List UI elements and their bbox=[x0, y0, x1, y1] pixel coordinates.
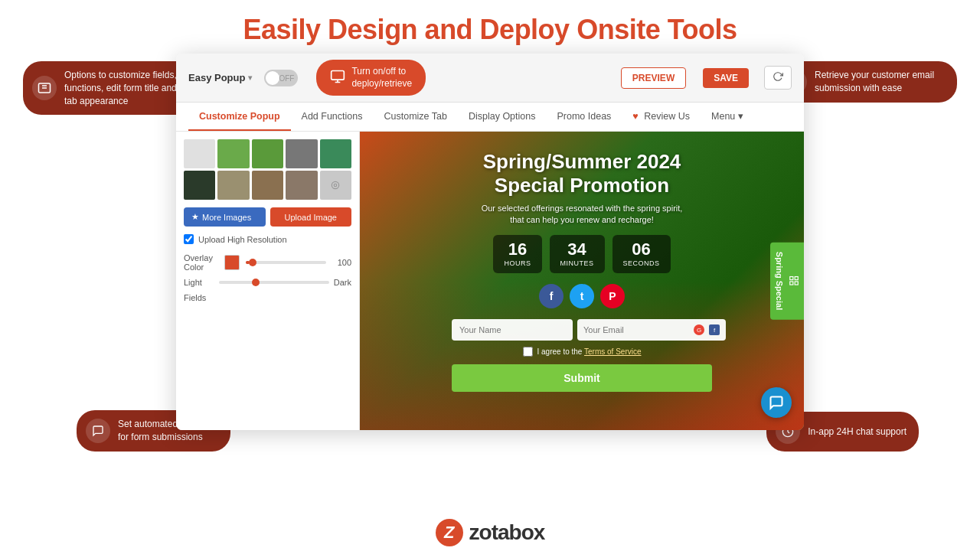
image-cell-3[interactable] bbox=[252, 139, 283, 168]
image-cell-8[interactable] bbox=[252, 171, 283, 200]
twitter-button[interactable]: t bbox=[570, 284, 594, 308]
image-cell-6[interactable] bbox=[184, 171, 215, 200]
email-input[interactable] bbox=[583, 325, 689, 334]
image-cell-2[interactable] bbox=[217, 139, 249, 168]
image-cell-5[interactable] bbox=[320, 139, 351, 168]
refresh-button[interactable] bbox=[764, 66, 792, 90]
light-dark-slider[interactable] bbox=[219, 281, 329, 284]
browser-topbar: Easy Popup ▾ OFF Turn on/off to deploy/r… bbox=[176, 54, 804, 103]
overlay-color-swatch[interactable] bbox=[224, 255, 240, 270]
tab-menu[interactable]: Menu ▾ bbox=[701, 103, 754, 131]
svg-point-7 bbox=[335, 184, 338, 187]
callout-icon-left-bottom bbox=[86, 419, 110, 443]
popup-selector[interactable]: Easy Popup ▾ bbox=[188, 72, 252, 83]
popup-subtitle: Our selected offerings resonated with th… bbox=[482, 203, 683, 227]
upload-hires-checkbox[interactable] bbox=[184, 234, 194, 244]
image-buttons-row: ★ More Images Upload Image bbox=[184, 207, 351, 227]
submit-button[interactable]: Submit bbox=[452, 364, 712, 392]
svg-rect-4 bbox=[332, 70, 345, 80]
terms-row: I agree to the Terms of Service bbox=[523, 347, 642, 357]
footer: Z zotabox bbox=[436, 519, 545, 551]
tab-customize-popup[interactable]: Customize Popup bbox=[188, 103, 291, 131]
image-cell-1[interactable] bbox=[184, 139, 215, 168]
image-cell-9[interactable] bbox=[286, 171, 317, 200]
callout-bottom-right-text: In-app 24H chat support bbox=[808, 425, 906, 439]
svg-rect-11 bbox=[795, 282, 798, 285]
callout-icon-left-top bbox=[32, 76, 57, 100]
star-icon: ★ bbox=[191, 212, 199, 222]
left-panel: ★ More Images Upload Image Upload High R… bbox=[176, 132, 360, 430]
deploy-icon bbox=[330, 69, 345, 87]
tab-display-options[interactable]: Display Options bbox=[458, 103, 547, 131]
image-cell-10[interactable] bbox=[320, 171, 351, 200]
zotabox-icon: Z bbox=[436, 519, 463, 546]
tab-add-functions[interactable]: Add Functions bbox=[291, 103, 374, 131]
countdown-hours: 16 HOURS bbox=[493, 235, 541, 273]
terms-checkbox[interactable] bbox=[523, 347, 533, 357]
overlay-color-row: OverlayColor 100 bbox=[184, 253, 351, 272]
social-buttons-row: f t P bbox=[539, 284, 625, 308]
save-button[interactable]: SAVE bbox=[703, 68, 749, 88]
image-cell-7[interactable] bbox=[217, 171, 249, 200]
zotabox-logo: Z zotabox bbox=[436, 519, 545, 546]
upload-hires-row: Upload High Resolution bbox=[184, 234, 351, 244]
upload-image-button[interactable]: Upload Image bbox=[270, 207, 352, 227]
facebook-signin-icon[interactable]: f bbox=[709, 324, 720, 335]
browser-window: Easy Popup ▾ OFF Turn on/off to deploy/r… bbox=[176, 54, 804, 430]
chevron-down-icon: ▾ bbox=[248, 73, 252, 82]
popup-background: Spring/Summer 2024Special Promotion Our … bbox=[360, 132, 804, 430]
chat-support-button[interactable] bbox=[761, 387, 792, 418]
svg-rect-8 bbox=[790, 277, 793, 280]
page-title: Easily Design and Deploy Onsite Tools bbox=[243, 14, 737, 46]
popup-preview: Spring/Summer 2024Special Promotion Our … bbox=[360, 132, 804, 430]
email-input-wrapper: G f bbox=[577, 319, 726, 341]
more-images-button[interactable]: ★ More Images bbox=[184, 207, 266, 227]
countdown-seconds: 06 SECONDS bbox=[612, 235, 671, 273]
browser-main: ★ More Images Upload Image Upload High R… bbox=[176, 132, 804, 430]
image-grid bbox=[184, 139, 351, 200]
zotabox-brand-name: zotabox bbox=[469, 520, 545, 545]
heart-icon: ♥ bbox=[632, 111, 638, 122]
tab-customize-tab[interactable]: Customize Tab bbox=[373, 103, 457, 131]
deploy-button[interactable]: Turn on/off to deploy/retrieve bbox=[316, 60, 426, 96]
overlay-slider[interactable] bbox=[246, 261, 326, 264]
countdown-row: 16 HOURS 34 MINUTES 06 SECONDS bbox=[493, 235, 670, 273]
form-fields-row: G f bbox=[452, 319, 712, 341]
svg-rect-9 bbox=[795, 277, 798, 280]
google-signin-icon[interactable]: G bbox=[694, 324, 704, 335]
terms-link[interactable]: Terms of Service bbox=[584, 347, 641, 356]
preview-button[interactable]: PREVIEW bbox=[621, 67, 686, 89]
fields-label: Fields bbox=[184, 293, 351, 302]
nav-tabs: Customize Popup Add Functions Customize … bbox=[176, 103, 804, 132]
tab-review-us[interactable]: ♥ Review Us bbox=[622, 103, 701, 131]
popup-title: Spring/Summer 2024Special Promotion bbox=[483, 150, 681, 197]
callout-top-right-text: Retrieve your customer email submission … bbox=[815, 69, 945, 95]
pinterest-button[interactable]: P bbox=[600, 284, 625, 308]
image-cell-4[interactable] bbox=[286, 139, 317, 168]
side-tab[interactable]: Spring Special bbox=[770, 243, 804, 319]
light-dark-row: Light Dark bbox=[184, 278, 351, 287]
facebook-button[interactable]: f bbox=[539, 284, 564, 308]
toggle-switch[interactable]: OFF bbox=[264, 70, 298, 86]
countdown-minutes: 34 MINUTES bbox=[550, 235, 605, 273]
tab-promo-ideas[interactable]: Promo Ideas bbox=[546, 103, 622, 131]
side-tab-label: Spring Special bbox=[775, 252, 784, 310]
name-input[interactable] bbox=[452, 319, 573, 341]
chevron-menu-icon: ▾ bbox=[738, 111, 743, 122]
svg-rect-10 bbox=[790, 282, 793, 285]
